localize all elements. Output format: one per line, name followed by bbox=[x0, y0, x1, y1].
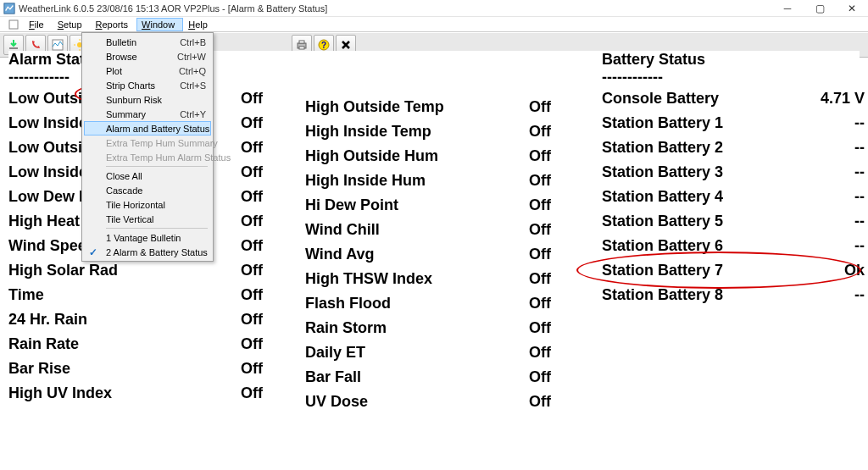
menu-win-2[interactable]: ✓2 Alarm & Battery Status bbox=[84, 245, 211, 259]
menu-tile-vertical[interactable]: Tile Vertical bbox=[84, 212, 211, 226]
alarm-value: Off bbox=[529, 368, 551, 386]
menu-reports[interactable]: Reports bbox=[91, 18, 137, 31]
svg-rect-16 bbox=[299, 41, 304, 43]
alarm-row: High Outside TempOff bbox=[305, 95, 551, 119]
alarm-label: High Solar Rad bbox=[8, 262, 118, 279]
battery-value: Ok bbox=[844, 262, 865, 279]
alarm-label: Hi Dew Point bbox=[305, 196, 398, 214]
battery-value: -- bbox=[854, 213, 865, 230]
alarm-value: Off bbox=[529, 344, 551, 362]
battery-status-dashes: ------------ bbox=[602, 69, 865, 86]
battery-label: Station Battery 6 bbox=[602, 237, 723, 255]
battery-value: -- bbox=[854, 286, 865, 304]
menu-summary[interactable]: SummaryCtrl+Y bbox=[84, 107, 211, 121]
menu-close-all[interactable]: Close All bbox=[84, 169, 211, 183]
doc-icon bbox=[8, 19, 19, 30]
alarm-label: High Heat bbox=[8, 213, 80, 230]
alarm-label: Rain Storm bbox=[305, 319, 387, 337]
menu-file[interactable]: File bbox=[24, 18, 53, 31]
menu-setup[interactable]: Setup bbox=[53, 18, 91, 31]
alarm-row: Daily ETOff bbox=[305, 340, 551, 365]
alarm-value: Off bbox=[529, 123, 551, 141]
alarm-label: High UV Index bbox=[8, 384, 112, 402]
alarm-label: Daily ET bbox=[305, 344, 365, 362]
alarm-label: High Inside Temp bbox=[305, 123, 431, 141]
alarm-row: Wind ChillOff bbox=[305, 218, 551, 242]
alarm-value: Off bbox=[529, 393, 551, 411]
alarm-value: Off bbox=[241, 384, 263, 402]
alarm-value: Off bbox=[241, 360, 263, 378]
alarm-value: Off bbox=[529, 319, 551, 337]
battery-row: Station Battery 4-- bbox=[602, 185, 865, 209]
alarm-value: Off bbox=[241, 213, 263, 230]
battery-row: Station Battery 2-- bbox=[602, 135, 865, 160]
minimize-button[interactable]: ─ bbox=[771, 0, 804, 17]
alarm-row: UV DoseOff bbox=[305, 390, 551, 414]
menu-browse[interactable]: BrowseCtrl+W bbox=[84, 49, 211, 64]
battery-row: Station Battery 7Ok bbox=[602, 258, 865, 283]
battery-label: Console Battery bbox=[602, 90, 719, 108]
window-menu-dropdown: BulletinCtrl+B BrowseCtrl+W PlotCtrl+Q S… bbox=[81, 32, 214, 262]
battery-row: Station Battery 6-- bbox=[602, 234, 865, 258]
battery-row: Station Battery 1-- bbox=[602, 111, 865, 135]
window-close-button[interactable]: ✕ bbox=[836, 0, 868, 17]
alarm-label: High Outside Temp bbox=[305, 98, 444, 116]
alarm-value: Off bbox=[529, 147, 551, 165]
svg-rect-1 bbox=[9, 20, 18, 29]
alarm-row: Rain RateOff bbox=[8, 332, 263, 357]
alarm-value: Off bbox=[241, 114, 263, 132]
battery-row: Station Battery 3-- bbox=[602, 160, 865, 185]
alarm-label: High Inside Hum bbox=[305, 172, 426, 190]
alarm-label: Wind Chill bbox=[305, 221, 380, 239]
check-icon: ✓ bbox=[89, 246, 97, 258]
alarm-label: Bar Fall bbox=[305, 368, 361, 386]
menu-window[interactable]: Window bbox=[136, 18, 183, 31]
alarm-value: Off bbox=[241, 188, 263, 206]
battery-label: Station Battery 8 bbox=[602, 286, 723, 304]
menu-win-1[interactable]: 1 Vantage Bulletin bbox=[84, 230, 211, 245]
alarm-label: High Outside Hum bbox=[305, 147, 438, 165]
battery-label: Station Battery 4 bbox=[602, 188, 723, 206]
battery-value: -- bbox=[854, 114, 865, 132]
menu-sunburn-risk[interactable]: Sunburn Risk bbox=[84, 92, 211, 107]
alarm-value: Off bbox=[241, 286, 263, 304]
menu-help[interactable]: Help bbox=[183, 18, 216, 31]
alarm-row: Flash FloodOff bbox=[305, 291, 551, 316]
menu-separator bbox=[106, 228, 208, 229]
alarm-value: Off bbox=[241, 163, 263, 181]
alarm-row: High UV IndexOff bbox=[8, 381, 263, 406]
menu-alarm-battery-status[interactable]: Alarm and Battery Status bbox=[84, 121, 211, 135]
battery-label: Station Battery 7 bbox=[602, 262, 723, 279]
alarm-row: Bar RiseOff bbox=[8, 357, 263, 381]
maximize-button[interactable]: ▢ bbox=[804, 0, 836, 17]
menubar: File Setup Reports Window Help bbox=[0, 17, 868, 32]
battery-status-heading: Battery Status bbox=[602, 51, 865, 69]
menu-extra-th-alarm: Extra Temp Hum Alarm Status bbox=[84, 150, 211, 164]
battery-label: Station Battery 3 bbox=[602, 163, 723, 181]
battery-row: Station Battery 8-- bbox=[602, 283, 865, 307]
alarm-value: Off bbox=[529, 246, 551, 263]
alarm-value: Off bbox=[529, 172, 551, 190]
alarm-row: High THSW IndexOff bbox=[305, 267, 551, 291]
menu-bulletin[interactable]: BulletinCtrl+B bbox=[84, 35, 211, 49]
menu-cascade[interactable]: Cascade bbox=[84, 183, 211, 197]
battery-row: Station Battery 5-- bbox=[602, 209, 865, 234]
alarm-row: TimeOff bbox=[8, 283, 263, 307]
alarm-value: Off bbox=[529, 196, 551, 214]
app-icon bbox=[3, 3, 15, 14]
alarm-row: High Inside HumOff bbox=[305, 169, 551, 193]
menu-separator bbox=[106, 166, 208, 167]
svg-text:?: ? bbox=[321, 41, 326, 50]
alarm-value: Off bbox=[241, 90, 263, 108]
window-title: WeatherLink 6.0.5 23/08/16 15:13 AOR VP2… bbox=[19, 3, 327, 14]
battery-label: Station Battery 1 bbox=[602, 114, 723, 132]
alarm-row: Rain StormOff bbox=[305, 316, 551, 340]
menu-plot[interactable]: PlotCtrl+Q bbox=[84, 64, 211, 78]
alarm-label: High THSW Index bbox=[305, 270, 432, 288]
menu-strip-charts[interactable]: Strip ChartsCtrl+S bbox=[84, 78, 211, 92]
alarm-value: Off bbox=[529, 295, 551, 312]
alarm-label: Flash Flood bbox=[305, 295, 391, 312]
menu-extra-th-summary: Extra Temp Hum Summary bbox=[84, 135, 211, 150]
battery-value: -- bbox=[854, 139, 865, 157]
menu-tile-horizontal[interactable]: Tile Horizontal bbox=[84, 197, 211, 212]
